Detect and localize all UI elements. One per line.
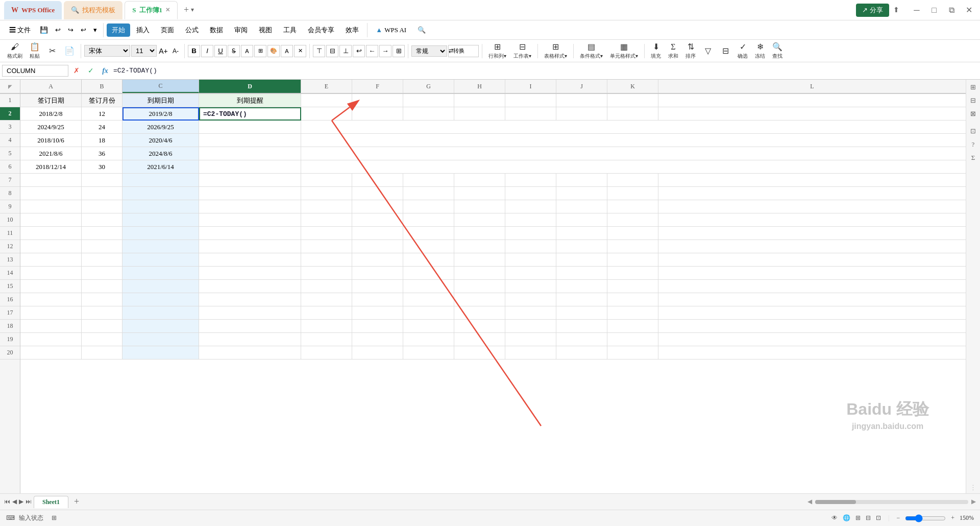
cell-K10[interactable]	[607, 213, 658, 227]
sidebar-btn-3[interactable]: ⊠	[968, 108, 979, 119]
cell-D3[interactable]	[199, 121, 301, 134]
cell-F12[interactable]	[352, 240, 403, 253]
menu-member[interactable]: 会员专享	[303, 23, 339, 37]
cell-D9[interactable]	[199, 200, 301, 213]
cell-A17[interactable]	[20, 306, 82, 320]
cell-H2[interactable]	[454, 107, 505, 121]
cell-J14[interactable]	[556, 267, 607, 280]
zoom-level[interactable]: 150%	[960, 514, 974, 522]
menu-efficiency[interactable]: 效率	[340, 23, 364, 37]
cell-G14[interactable]	[403, 267, 454, 280]
cell-B19[interactable]	[82, 333, 122, 346]
cell-B4[interactable]: 18	[82, 134, 122, 147]
sheet-tab-1[interactable]: Sheet1	[34, 496, 68, 508]
close-button[interactable]: ✕	[962, 3, 976, 17]
cell-G7[interactable]	[403, 174, 454, 187]
cell-B5[interactable]: 36	[82, 147, 122, 160]
cell-C6[interactable]: 2021/6/14	[122, 160, 199, 174]
cell-J2[interactable]	[556, 107, 607, 121]
cell-C14[interactable]	[122, 267, 199, 280]
cell-K16[interactable]	[607, 293, 658, 306]
cell-C12[interactable]	[122, 240, 199, 253]
undo-btn[interactable]: ↩	[52, 24, 64, 36]
sidebar-btn-2[interactable]: ⊟	[968, 95, 979, 106]
minimize-button[interactable]: ─	[910, 3, 924, 17]
cell-J9[interactable]	[556, 200, 607, 213]
cell-D13[interactable]	[199, 253, 301, 267]
cell-F16[interactable]	[352, 293, 403, 306]
cell-E15[interactable]	[301, 280, 352, 293]
wrap-text-btn[interactable]: ↩	[353, 45, 365, 57]
cell-G19[interactable]	[403, 333, 454, 346]
cell-K14[interactable]	[607, 267, 658, 280]
row-num-14[interactable]: 14	[0, 267, 20, 280]
col-header-H[interactable]: H	[454, 80, 505, 93]
col-header-B[interactable]: B	[82, 80, 122, 93]
cell-A19[interactable]	[20, 333, 82, 346]
cell-I20[interactable]	[505, 346, 556, 360]
font-color-btn[interactable]: A	[241, 45, 253, 57]
cell-C9[interactable]	[122, 200, 199, 213]
filter-btn[interactable]: ▽	[700, 44, 716, 57]
cell-A7[interactable]	[20, 174, 82, 187]
cell-I16[interactable]	[505, 293, 556, 306]
cell-K1[interactable]	[607, 94, 658, 107]
tab-wps[interactable]: W WPS Office	[4, 1, 62, 19]
cell-D18[interactable]	[199, 320, 301, 333]
tab-sheet-close[interactable]: ✕	[165, 7, 170, 13]
col-header-G[interactable]: G	[403, 80, 454, 93]
cell-F14[interactable]	[352, 267, 403, 280]
indent-decrease-btn[interactable]: ←	[366, 45, 378, 57]
cut-btn[interactable]: ✂	[44, 44, 60, 57]
cell-C20[interactable]	[122, 346, 199, 360]
row-num-15[interactable]: 15	[0, 280, 20, 293]
menu-formula[interactable]: 公式	[180, 23, 204, 37]
cell-I1[interactable]	[505, 94, 556, 107]
row-num-8[interactable]: 8	[0, 187, 20, 200]
row-num-17[interactable]: 17	[0, 306, 20, 320]
workbench-btn[interactable]: ⊟ 工作表▾	[510, 40, 534, 61]
cond-format-btn[interactable]: ▤ 条件格式▾	[577, 40, 606, 61]
tab-template[interactable]: 🔍 找程壳模板	[64, 1, 122, 19]
cell-E13[interactable]	[301, 253, 352, 267]
cell-H1[interactable]	[454, 94, 505, 107]
cell-B17[interactable]	[82, 306, 122, 320]
cell-E2[interactable]	[301, 107, 352, 121]
cell-E14[interactable]	[301, 267, 352, 280]
cell-G17[interactable]	[403, 306, 454, 320]
cell-B1[interactable]: 签订月份	[82, 94, 122, 107]
cell-I17[interactable]	[505, 306, 556, 320]
cell-I15[interactable]	[505, 280, 556, 293]
bold-btn[interactable]: B	[188, 45, 200, 57]
sort-btn[interactable]: ⇅ 排序	[682, 40, 699, 61]
cell-I11[interactable]	[505, 227, 556, 240]
col-header-D[interactable]: D	[199, 80, 301, 93]
cell-J11[interactable]	[556, 227, 607, 240]
nav-prev-btn[interactable]: ◀	[12, 498, 17, 506]
split-col-btn[interactable]: ⊟	[717, 44, 733, 57]
align-middle-btn[interactable]: ⊟	[326, 45, 338, 57]
cell-G1[interactable]	[403, 94, 454, 107]
cell-J1[interactable]	[556, 94, 607, 107]
cell-J10[interactable]	[556, 213, 607, 227]
align-top-btn[interactable]: ⊤	[313, 45, 325, 57]
cell-C13[interactable]	[122, 253, 199, 267]
cell-C8[interactable]	[122, 187, 199, 200]
cell-B20[interactable]	[82, 346, 122, 360]
cell-F10[interactable]	[352, 213, 403, 227]
restore-button[interactable]: ⧉	[944, 3, 959, 17]
cell-J8[interactable]	[556, 187, 607, 200]
row-col-btn[interactable]: ⊞ 行和列▾	[485, 40, 509, 61]
cell-I9[interactable]	[505, 200, 556, 213]
cell-D20[interactable]	[199, 346, 301, 360]
menu-view[interactable]: 视图	[254, 23, 277, 37]
font-size-select[interactable]: 11	[131, 45, 157, 57]
menu-tools[interactable]: 工具	[278, 23, 302, 37]
cell-style-btn[interactable]: ▦ 单元格样式▾	[607, 40, 641, 61]
cell-C5[interactable]: 2024/8/6	[122, 147, 199, 160]
cell-I19[interactable]	[505, 333, 556, 346]
cell-E7[interactable]	[301, 174, 352, 187]
undo2-btn[interactable]: ↩	[78, 24, 89, 36]
font-size-down-btn[interactable]: A-	[170, 45, 181, 57]
cell-I2[interactable]	[505, 107, 556, 121]
